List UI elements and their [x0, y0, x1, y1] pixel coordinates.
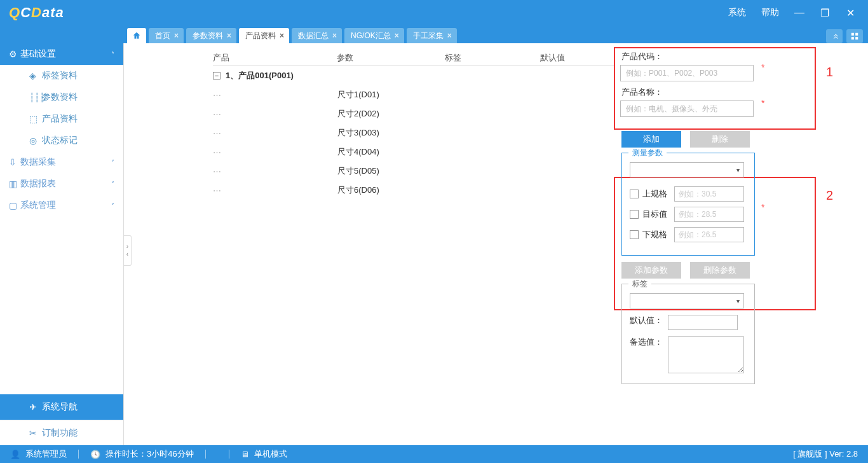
- close-icon[interactable]: ×: [332, 31, 337, 40]
- tab-data-summary[interactable]: 数据汇总×: [292, 28, 342, 43]
- close-icon[interactable]: ×: [280, 31, 284, 40]
- tab-ngok-summary[interactable]: NG/OK汇总×: [344, 28, 404, 43]
- tree-branch-icon: ⋯: [213, 90, 229, 100]
- sidebar-group-base-settings[interactable]: ⚙ 基础设置 ˄: [0, 43, 123, 65]
- svg-rect-2: [851, 37, 854, 39]
- svg-rect-0: [851, 33, 854, 36]
- user-icon: 👤: [10, 450, 20, 459]
- tree-row[interactable]: ⋯尺寸5(D05): [213, 162, 614, 181]
- chart-icon: ▥: [9, 179, 20, 189]
- close-icon[interactable]: ×: [395, 31, 399, 40]
- delete-button[interactable]: 删除: [690, 131, 750, 148]
- sidebar-group-label: 数据采集: [20, 156, 56, 168]
- tree-row[interactable]: ⋯尺寸3(D03): [213, 123, 614, 142]
- close-icon[interactable]: ×: [227, 31, 231, 40]
- tree-row[interactable]: ⋯尺寸1(D01): [213, 85, 614, 104]
- sidebar-nav-label: 系统导航: [42, 401, 78, 413]
- tabs-overflow-button[interactable]: [826, 29, 843, 43]
- tree-group-label: 1、产品001(P001): [226, 70, 294, 81]
- title-bar: QCData 系统 帮助 — ❐ ✕: [0, 0, 868, 25]
- sidebar-item-status-mark[interactable]: ◎状态标记: [0, 130, 123, 151]
- tree-branch-icon: ⋯: [213, 186, 229, 195]
- measure-legend: 测量参数: [628, 148, 667, 158]
- sidebar-group-label: 数据报表: [20, 178, 56, 190]
- add-button[interactable]: 添加: [621, 131, 681, 148]
- tab-param-data[interactable]: 参数资料×: [186, 28, 236, 43]
- upper-spec-checkbox[interactable]: [630, 190, 639, 198]
- tree-cell: 尺寸3(D03): [337, 127, 379, 139]
- sidebar-item-param-data[interactable]: ┆┆┆参数资料: [0, 86, 123, 108]
- tag-legend: 标签: [628, 279, 651, 289]
- sidebar-group-data-report[interactable]: ▥数据报表˅: [0, 173, 123, 195]
- default-value-input[interactable]: [668, 315, 738, 330]
- sidebar-item-label: 状态标记: [42, 135, 78, 146]
- svg-rect-1: [855, 33, 858, 36]
- sidebar-group-label: 系统管理: [20, 200, 56, 211]
- required-icon: *: [761, 98, 764, 108]
- tree-row[interactable]: ⋯尺寸4(D04): [213, 142, 614, 162]
- tree-row[interactable]: ⋯尺寸2(D02): [213, 104, 614, 123]
- tag-select[interactable]: ▾: [630, 293, 744, 308]
- target-icon: ◎: [29, 135, 42, 146]
- close-icon[interactable]: ×: [174, 31, 179, 40]
- chevron-down-icon: ˅: [111, 202, 114, 209]
- tree-row[interactable]: ⋯尺寸6(D06): [213, 181, 614, 200]
- annotation-1: 1: [826, 65, 833, 79]
- alt-value-textarea[interactable]: [668, 336, 744, 373]
- sidebar-item-label: 参数资料: [42, 92, 78, 103]
- close-icon[interactable]: ×: [447, 31, 452, 40]
- lower-spec-label: 下规格: [642, 229, 670, 240]
- send-icon: ✈: [29, 402, 42, 412]
- sidebar-item-tag-data[interactable]: ◈标签资料: [0, 65, 123, 86]
- tree-branch-icon: ⋯: [213, 128, 229, 138]
- target-input[interactable]: [674, 207, 744, 222]
- menu-system[interactable]: 系统: [721, 7, 754, 18]
- cube-icon: ⬚: [29, 114, 42, 124]
- sliders-icon: ┆┆┆: [29, 92, 42, 102]
- tab-label: 产品资料: [245, 31, 276, 41]
- grid-icon: [850, 32, 859, 41]
- sidebar-collapse-handle[interactable]: ›‹: [124, 235, 132, 266]
- tag-icon: ◈: [29, 71, 42, 81]
- chevron-up-icon: ˄: [111, 51, 114, 58]
- tag-fieldset: 标签 ▾ 默认值： 备选值：: [621, 284, 755, 384]
- lower-spec-checkbox[interactable]: [630, 230, 639, 239]
- grid-view-button[interactable]: [846, 29, 863, 43]
- sidebar-group-system-manage[interactable]: ▢系统管理˅: [0, 195, 123, 216]
- tab-label: 首页: [155, 31, 170, 41]
- target-checkbox[interactable]: [630, 210, 639, 219]
- sidebar-system-nav[interactable]: ✈系统导航: [0, 394, 123, 420]
- tree-group-row[interactable]: − 1、产品001(P001): [213, 66, 614, 85]
- tree-cell: 尺寸6(D06): [337, 184, 379, 196]
- tab-label: 参数资料: [193, 31, 223, 41]
- col-default: 默认值: [540, 52, 565, 64]
- status-runtime-label: 操作时长：: [105, 448, 147, 460]
- sidebar-group-data-collect[interactable]: ⇩数据采集˅: [0, 151, 123, 173]
- download-icon: ⇩: [9, 157, 20, 167]
- close-button[interactable]: ✕: [837, 7, 863, 19]
- product-tree: 产品 参数 标签 默认值 − 1、产品001(P001) ⋯尺寸1(D01) ⋯…: [124, 43, 614, 445]
- measure-param-select[interactable]: ▾: [630, 162, 744, 177]
- tab-home[interactable]: [127, 28, 146, 43]
- sidebar-group-label: 基础设置: [20, 48, 56, 60]
- sidebar-custom-func[interactable]: ✂订制功能: [0, 420, 123, 445]
- status-mode: 单机模式: [254, 448, 287, 460]
- upper-spec-input[interactable]: [674, 186, 744, 202]
- tab-label: NG/OK汇总: [351, 31, 391, 41]
- minimize-button[interactable]: —: [787, 7, 812, 18]
- lower-spec-input[interactable]: [674, 227, 744, 242]
- collapse-icon[interactable]: −: [213, 72, 220, 79]
- status-runtime: 3小时46分钟: [147, 448, 194, 460]
- tree-branch-icon: ⋯: [213, 109, 229, 119]
- maximize-button[interactable]: ❐: [812, 7, 837, 19]
- chevron-down-icon: ▾: [736, 298, 740, 305]
- tab-homepage[interactable]: 首页×: [149, 28, 184, 43]
- tree-cell: 尺寸4(D04): [337, 146, 379, 158]
- measure-param-fieldset: 测量参数 ▾ 上规格 目标值 下规格: [621, 153, 755, 256]
- sidebar-item-product-data[interactable]: ⬚产品资料: [0, 108, 123, 130]
- tab-manual-collect[interactable]: 手工采集×: [407, 28, 457, 43]
- tree-cell: 尺寸5(D05): [337, 165, 379, 177]
- tree-cell: 尺寸1(D01): [337, 89, 379, 100]
- menu-help[interactable]: 帮助: [754, 7, 787, 18]
- tab-product-data[interactable]: 产品资料×: [239, 28, 289, 43]
